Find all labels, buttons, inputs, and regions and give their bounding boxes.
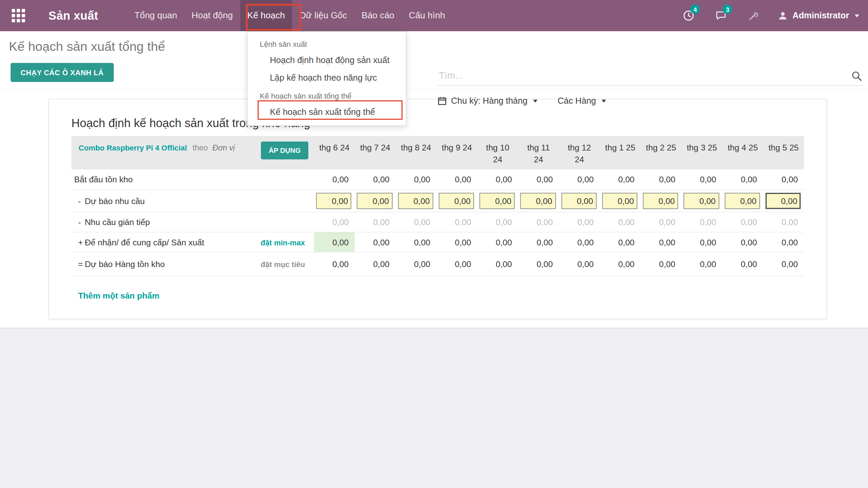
value-cell: 0,00 (763, 252, 804, 276)
row-action-cell (255, 189, 314, 212)
wrench-icon (748, 10, 760, 22)
value-cell: 0,00 (314, 252, 355, 276)
value-cell: 0,00 (477, 252, 518, 276)
value-cell: 0,00 (477, 169, 518, 189)
run-green-cells-button[interactable]: CHẠY CÁC Ô XANH LÁ (11, 63, 114, 82)
search-input[interactable] (438, 67, 828, 85)
value-cell: 0,00 (640, 212, 681, 232)
row-label: =Dự báo Hàng tồn kho (71, 252, 255, 276)
row-label: -Dự báo nhu cầu (71, 189, 255, 212)
product-link[interactable]: Combo Raspberry Pi 4 Official (79, 144, 187, 152)
dropdown-item[interactable]: Lập kế hoạch theo năng lực (248, 69, 406, 87)
forecast-cell (559, 189, 600, 212)
dropdown-item[interactable]: Kế hoạch sản xuất tổng thể (248, 103, 406, 121)
forecast-cell (436, 189, 477, 212)
month-column-header: thg 1 25 (600, 136, 640, 169)
page-background (0, 328, 868, 488)
user-menu[interactable]: Administrator (778, 0, 859, 31)
value-cell: 0,00 (600, 169, 640, 189)
value-cell: 0,00 (600, 252, 640, 276)
forecast-input[interactable] (316, 192, 351, 209)
value-cell: 0,00 (722, 212, 763, 232)
value-cell: 0,00 (477, 232, 518, 252)
nav-menu-2[interactable]: Hoạt động (184, 0, 240, 31)
mps-section-title: Hoạch định kế hoạch sản xuất trong kho h… (71, 117, 804, 130)
apps-menu-icon[interactable] (12, 9, 25, 22)
value-cell: 0,00 (355, 232, 395, 252)
rows-filter[interactable]: Các Hàng (557, 96, 606, 106)
user-name: Administrator (792, 11, 849, 21)
value-cell: 0,00 (436, 212, 477, 232)
nav-menu-1[interactable]: Tổng quan (127, 0, 184, 31)
forecast-input[interactable] (357, 192, 392, 209)
forecast-input[interactable] (439, 192, 474, 209)
forecast-input[interactable] (398, 192, 433, 209)
value-cell: 0,00 (436, 169, 477, 189)
forecast-input[interactable] (520, 192, 556, 209)
month-column-header: thg 8 24 (396, 136, 436, 169)
messages-badge: 3 (723, 4, 732, 14)
value-cell: 0,00 (722, 169, 763, 189)
dropdown-section-header: Lệnh sản xuất (248, 35, 406, 52)
row-label: Bắt đầu tồn kho (71, 169, 255, 189)
messages-icon[interactable]: 3 (713, 0, 729, 31)
nav-menu-3[interactable]: Kế hoạch (240, 0, 292, 31)
forecast-input[interactable] (643, 192, 678, 209)
value-cell: 0,00 (518, 212, 559, 232)
mps-row: -Nhu cầu gián tiếp0,000,000,000,000,000,… (71, 212, 804, 232)
value-cell: 0,00 (355, 252, 395, 276)
dropdown-item[interactable]: Hoạch định hoạt động sản xuất (248, 51, 406, 69)
forecast-cell (355, 189, 395, 212)
tools-icon[interactable] (746, 0, 761, 31)
mps-row: +Để nhận/ để cung cấp/ Sản xuấtđặt min-m… (71, 232, 804, 252)
value-cell: 0,00 (600, 212, 640, 232)
month-column-header: thg 4 25 (722, 136, 763, 169)
search-icon[interactable] (851, 71, 862, 84)
systray: 4 3 (681, 0, 859, 31)
navbar-menus: Tổng quanHoạt độngKế hoạchDữ liệu GốcBáo… (127, 0, 452, 31)
row-action-link[interactable]: đặt min-max (261, 238, 305, 247)
forecast-cell (763, 189, 804, 212)
nav-menu-4[interactable]: Dữ liệu Gốc (292, 0, 354, 31)
activities-clock-icon[interactable]: 4 (681, 0, 696, 31)
app-window: Sản xuất Tổng quanHoạt độngKế hoạchDữ li… (0, 0, 868, 488)
calendar-icon (438, 96, 447, 105)
value-cell: 0,00 (518, 169, 559, 189)
forecast-input[interactable] (561, 192, 596, 209)
dropdown-section-header: Kế hoạch sản xuất tổng thể (248, 87, 406, 103)
value-cell: 0,00 (682, 212, 722, 232)
uom-label: Đơn vị (212, 143, 235, 152)
forecast-input[interactable] (602, 192, 637, 209)
value-cell: 0,00 (477, 212, 518, 232)
value-cell: 0,00 (396, 212, 436, 232)
nav-menu-6[interactable]: Cấu hình (401, 0, 452, 31)
rows-filter-label: Các Hàng (557, 96, 596, 106)
forecast-cell (600, 189, 640, 212)
month-column-header: thg 3 25 (682, 136, 722, 169)
uom-prefix-label: theo (193, 143, 208, 152)
mps-header-row: Combo Raspberry Pi 4 Official theo Đơn v… (71, 136, 804, 169)
mps-table: Combo Raspberry Pi 4 Official theo Đơn v… (71, 136, 804, 276)
add-product-link[interactable]: Thêm một sản phẩm (78, 291, 159, 300)
value-cell: 0,00 (763, 212, 804, 232)
value-cell: 0,00 (682, 252, 722, 276)
value-cell: 0,00 (600, 232, 640, 252)
value-cell: 0,00 (314, 212, 355, 232)
value-cell: 0,00 (640, 169, 681, 189)
period-filter[interactable]: Chu kỳ: Hàng tháng (438, 96, 537, 106)
forecast-input[interactable] (479, 192, 515, 209)
row-action-link[interactable]: đặt mục tiêu (261, 260, 305, 269)
forecast-cell (640, 189, 681, 212)
page-title: Kế hoạch sản xuất tổng thể (9, 39, 165, 54)
month-column-header: thg 10 24 (477, 136, 518, 169)
activities-badge: 4 (690, 4, 700, 14)
forecast-input[interactable] (684, 192, 719, 209)
apply-button[interactable]: ÁP DỤNG (261, 142, 308, 160)
mps-row: Bắt đầu tồn kho0,000,000,000,000,000,000… (71, 169, 804, 189)
nav-menu-5[interactable]: Báo cáo (354, 0, 401, 31)
value-cell: 0,00 (355, 169, 395, 189)
period-filter-label: Chu kỳ: Hàng tháng (451, 96, 527, 106)
top-navbar: Sản xuất Tổng quanHoạt độngKế hoạchDữ li… (0, 0, 868, 31)
forecast-input[interactable] (725, 192, 760, 209)
forecast-input[interactable] (765, 192, 801, 209)
